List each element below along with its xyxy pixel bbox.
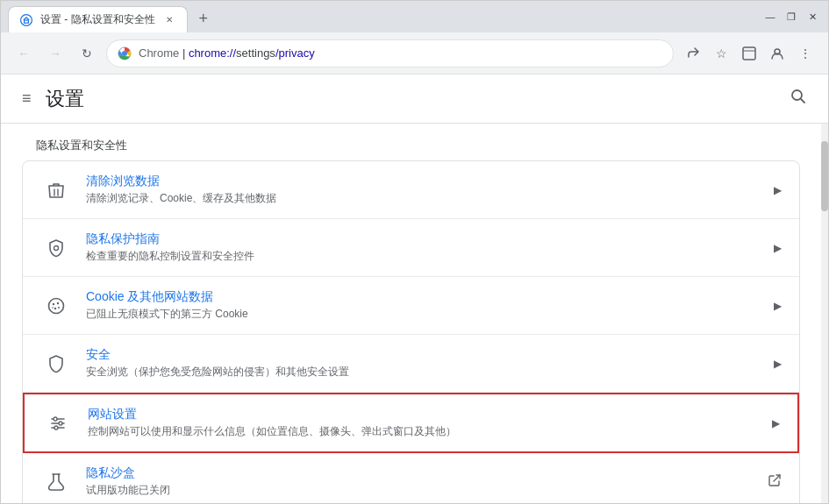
address-input[interactable]: Chrome | chrome://settings/privacy	[106, 39, 674, 67]
tab-search-button[interactable]	[737, 41, 761, 66]
site-settings-text: 网站设置 控制网站可以使用和显示什么信息（如位置信息、摄像头、弹出式窗口及其他）	[74, 407, 772, 439]
title-bar: 设置 - 隐私设置和安全性 ✕ + — ❐ ✕	[1, 1, 828, 32]
security-title: 安全	[86, 347, 774, 363]
url-path-settings: settings	[236, 46, 275, 60]
privacy-sandbox-text: 隐私沙盒 试用版功能已关闭	[72, 465, 768, 498]
url-chrome-label: Chrome	[139, 46, 179, 60]
new-tab-button[interactable]: +	[191, 6, 216, 31]
hamburger-menu-icon[interactable]: ≡	[22, 89, 32, 108]
svg-point-7	[792, 90, 802, 100]
main-content: 隐私设置和安全性 清除浏览数据 清除浏	[1, 124, 821, 503]
flask-icon	[40, 466, 72, 498]
svg-point-21	[59, 422, 62, 425]
shield-icon	[40, 348, 72, 380]
url-separator: |	[182, 46, 189, 60]
site-settings-title: 网站设置	[88, 407, 772, 422]
svg-point-15	[58, 307, 60, 309]
svg-rect-4	[743, 47, 755, 60]
svg-point-22	[54, 426, 58, 429]
settings-page: ≡ 设置 隐私设置和安全性	[1, 75, 828, 503]
cookies-arrow: ▶	[774, 300, 782, 312]
window-controls: — ❐ ✕	[754, 1, 828, 32]
svg-point-10	[54, 245, 59, 250]
svg-point-11	[49, 298, 64, 313]
tab-favicon	[19, 13, 33, 27]
clear-browsing-text: 清除浏览数据 清除浏览记录、Cookie、缓存及其他数据	[72, 174, 774, 206]
share-button[interactable]	[681, 41, 705, 66]
content-area: 隐私设置和安全性 清除浏览数据 清除浏	[1, 124, 828, 503]
tab-close-button[interactable]: ✕	[162, 13, 176, 27]
scrollbar-thumb[interactable]	[821, 141, 828, 211]
cookies-text: Cookie 及其他网站数据 已阻止无痕模式下的第三方 Cookie	[72, 289, 774, 322]
section-title: 隐私设置和安全性	[1, 124, 821, 160]
restore-button[interactable]: ❐	[783, 8, 800, 25]
security-arrow: ▶	[774, 358, 782, 370]
settings-search-icon[interactable]	[790, 88, 807, 110]
privacy-guide-title: 隐私保护指南	[86, 231, 774, 247]
url-path-privacy: /privacy	[275, 46, 315, 60]
url-scheme: chrome://	[189, 46, 236, 60]
forward-button[interactable]: →	[43, 41, 68, 66]
address-bar-actions: ☆ ⋮	[681, 41, 818, 66]
shield-eye-icon	[40, 232, 72, 264]
security-text: 安全 安全浏览（保护您免受危险网站的侵害）和其他安全设置	[72, 347, 774, 380]
clear-browsing-arrow: ▶	[774, 184, 782, 196]
browser-window: 设置 - 隐私设置和安全性 ✕ + — ❐ ✕ ← → ↻	[0, 0, 829, 504]
profile-button[interactable]	[765, 41, 790, 66]
sliders-icon	[42, 408, 74, 439]
chrome-logo-icon	[118, 46, 132, 60]
privacy-guide-arrow: ▶	[774, 242, 782, 254]
trash-icon	[40, 174, 72, 206]
settings-cards: 清除浏览数据 清除浏览记录、Cookie、缓存及其他数据 ▶	[22, 160, 800, 503]
url-display[interactable]: Chrome | chrome://settings/privacy	[139, 46, 662, 60]
security-desc: 安全浏览（保护您免受危险网站的侵害）和其他安全设置	[86, 365, 774, 380]
settings-header: ≡ 设置	[1, 75, 828, 124]
close-button[interactable]: ✕	[804, 8, 821, 25]
cookie-icon	[40, 290, 72, 322]
privacy-guide-item[interactable]: 隐私保护指南 检查重要的隐私控制设置和安全控件 ▶	[23, 219, 799, 277]
privacy-sandbox-item[interactable]: 隐私沙盒 试用版功能已关闭	[23, 453, 799, 503]
back-button[interactable]: ←	[11, 41, 36, 66]
active-tab[interactable]: 设置 - 隐私设置和安全性 ✕	[8, 6, 188, 32]
more-button[interactable]: ⋮	[793, 41, 818, 66]
svg-point-16	[52, 307, 54, 309]
svg-point-13	[57, 302, 59, 303]
tab-title: 设置 - 隐私设置和安全性	[40, 12, 155, 27]
bookmark-button[interactable]: ☆	[709, 41, 733, 66]
svg-point-12	[53, 302, 54, 304]
svg-point-14	[54, 307, 56, 309]
svg-rect-1	[25, 20, 29, 23]
minimize-button[interactable]: —	[761, 8, 779, 25]
tab-strip: 设置 - 隐私设置和安全性 ✕ +	[1, 1, 754, 32]
site-settings-desc: 控制网站可以使用和显示什么信息（如位置信息、摄像头、弹出式窗口及其他）	[88, 424, 772, 439]
security-item[interactable]: 安全 安全浏览（保护您免受危险网站的侵害）和其他安全设置 ▶	[23, 335, 799, 393]
clear-browsing-desc: 清除浏览记录、Cookie、缓存及其他数据	[86, 191, 774, 206]
privacy-guide-desc: 检查重要的隐私控制设置和安全控件	[86, 249, 774, 264]
refresh-button[interactable]: ↻	[75, 41, 99, 66]
svg-point-20	[54, 417, 57, 421]
site-settings-arrow: ▶	[772, 417, 780, 429]
scrollbar-track[interactable]	[821, 124, 828, 503]
svg-line-24	[774, 475, 780, 481]
privacy-sandbox-desc: 试用版功能已关闭	[86, 483, 768, 498]
external-link-icon	[768, 473, 782, 490]
privacy-guide-text: 隐私保护指南 检查重要的隐私控制设置和安全控件	[72, 231, 774, 264]
clear-browsing-item[interactable]: 清除浏览数据 清除浏览记录、Cookie、缓存及其他数据 ▶	[23, 161, 799, 219]
clear-browsing-title: 清除浏览数据	[86, 174, 774, 189]
svg-point-3	[122, 51, 127, 56]
address-bar: ← → ↻ Chrome | chrome://settings/privacy	[1, 32, 828, 75]
settings-page-title: 设置	[46, 86, 84, 112]
cookies-title: Cookie 及其他网站数据	[86, 289, 774, 305]
site-settings-item[interactable]: 网站设置 控制网站可以使用和显示什么信息（如位置信息、摄像头、弹出式窗口及其他）…	[23, 393, 799, 453]
privacy-sandbox-title: 隐私沙盒	[86, 465, 768, 481]
cookies-desc: 已阻止无痕模式下的第三方 Cookie	[86, 307, 774, 322]
cookies-item[interactable]: Cookie 及其他网站数据 已阻止无痕模式下的第三方 Cookie ▶	[23, 277, 799, 335]
